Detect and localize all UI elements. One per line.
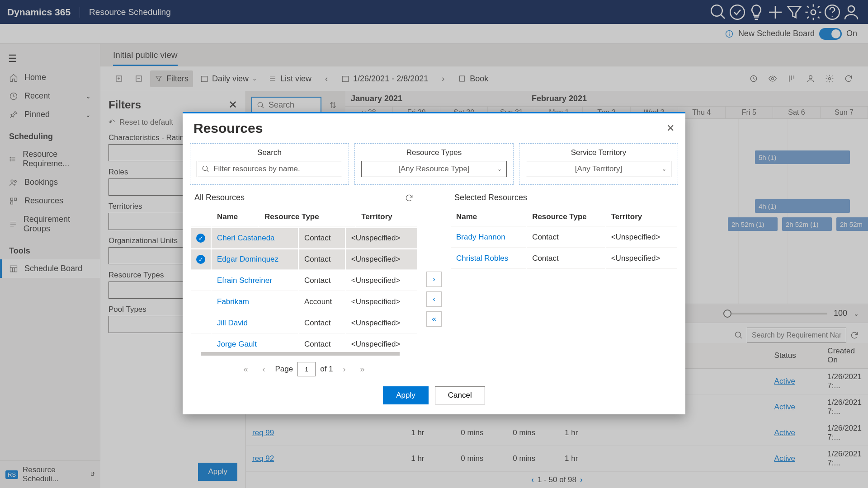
col-name[interactable]: Name — [451, 208, 526, 226]
modal-overlay: Resources ✕ Search Filter resources by n… — [0, 0, 868, 488]
cancel-button[interactable]: Cancel — [435, 386, 485, 404]
col-territory[interactable]: Territory — [356, 208, 417, 226]
svg-point-55 — [203, 166, 208, 171]
move-right-button[interactable]: › — [426, 272, 442, 287]
page-prev-icon[interactable]: ‹ — [257, 362, 270, 376]
page-last-icon[interactable]: » — [356, 362, 369, 376]
selected-resources-list: Selected Resources NameResource TypeTerr… — [450, 191, 678, 380]
filter-card-resource-types: Resource Types [Any Resource Type]⌄ — [354, 143, 514, 185]
svg-line-56 — [207, 170, 208, 172]
close-dialog-button[interactable]: ✕ — [666, 122, 675, 134]
transfer-controls: › ‹ « — [426, 191, 442, 380]
col-territory[interactable]: Territory — [606, 208, 677, 226]
col-name[interactable]: Name — [212, 208, 258, 226]
filter-territory-dropdown[interactable]: [Any Territory]⌄ — [526, 161, 671, 177]
apply-button[interactable]: Apply — [383, 386, 429, 404]
refresh-icon[interactable] — [405, 193, 414, 202]
list-item[interactable]: Jorge GaultContact<Unspecified> — [191, 334, 417, 349]
move-left-button[interactable]: ‹ — [426, 291, 442, 307]
dialog-title: Resources — [193, 121, 263, 136]
page-first-icon[interactable]: « — [239, 362, 252, 376]
all-resources-list: All Resources NameResource TypeTerritory… — [190, 191, 418, 380]
list-item[interactable]: Jill DavidContact<Unspecified> — [191, 313, 417, 333]
chevron-down-icon: ⌄ — [497, 166, 502, 172]
list-item[interactable]: ✓Edgar DominquezContact<Unspecified> — [191, 249, 417, 270]
search-icon — [202, 165, 210, 173]
list-item[interactable]: FabrikamAccount<Unspecified> — [191, 292, 417, 312]
check-icon[interactable]: ✓ — [196, 234, 205, 243]
filter-card-territory: Service Territory [Any Territory]⌄ — [519, 143, 678, 185]
list-item[interactable]: Brady HannonContact<Unspecified> — [451, 227, 677, 248]
horizontal-scrollbar[interactable] — [201, 352, 400, 356]
list-item[interactable]: Efrain SchreinerContact<Unspecified> — [191, 271, 417, 291]
col-type[interactable]: Resource Type — [527, 208, 605, 226]
check-icon[interactable]: ✓ — [196, 255, 205, 264]
resources-dialog: Resources ✕ Search Filter resources by n… — [183, 112, 685, 414]
filter-type-dropdown[interactable]: [Any Resource Type]⌄ — [361, 161, 507, 177]
list-item[interactable]: Christal RoblesContact<Unspecified> — [451, 249, 677, 269]
move-all-left-button[interactable]: « — [426, 311, 442, 327]
filter-card-search: Search Filter resources by name. — [190, 143, 349, 185]
col-type[interactable]: Resource Type — [259, 208, 355, 226]
list-item[interactable]: ✓Cheri CastanedaContact<Unspecified> — [191, 228, 417, 249]
page-number-input[interactable] — [297, 362, 316, 376]
page-next-icon[interactable]: › — [338, 362, 351, 376]
filter-search-input[interactable]: Filter resources by name. — [197, 161, 342, 177]
chevron-down-icon: ⌄ — [662, 166, 666, 172]
